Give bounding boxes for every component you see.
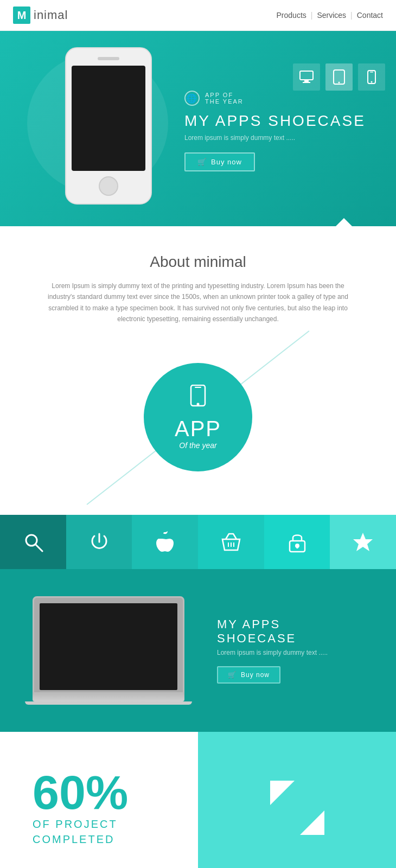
hero-content: 🌐 APP OF THE YEAR MY APPS SHOECASE Lorem… (184, 91, 366, 171)
nav-contact[interactable]: Contact (357, 11, 383, 20)
showcase2-section: MY APPS SHOECASE Lorem ipsum is simply d… (0, 569, 396, 732)
laptop-foot (25, 701, 192, 705)
about-app-label: APP (175, 417, 221, 441)
svg-rect-7 (370, 72, 373, 73)
stats-label: OF PROJECT COMPLETED (33, 816, 118, 847)
svg-marker-19 (353, 533, 373, 551)
nav-products[interactable]: Products (277, 11, 306, 20)
svg-rect-2 (303, 82, 310, 83)
mobile-icon-btn[interactable] (358, 63, 385, 91)
laptop-wrap (33, 596, 184, 705)
svg-point-9 (197, 403, 200, 405)
stats-left: 60% OF PROJECT COMPLETED (0, 732, 198, 868)
cart-icon-2: 🛒 (228, 671, 237, 679)
basket-icon-bar[interactable] (198, 515, 264, 569)
showcase2-subtitle: Lorem ipsum is simply dummy text ..... (217, 649, 363, 656)
stats-right (198, 732, 396, 868)
hero-title: MY APPS SHOECASE (184, 112, 366, 130)
laptop-base (33, 694, 184, 701)
star-icon-bar[interactable] (330, 515, 396, 569)
phone-body (65, 47, 152, 205)
header: M inimal Products | Services | Contact (0, 0, 396, 31)
cart-icon: 🛒 (197, 158, 207, 166)
svg-point-6 (371, 81, 373, 83)
svg-point-4 (338, 82, 340, 84)
globe-icon: 🌐 (184, 91, 200, 106)
logo-name: inimal (34, 8, 68, 22)
hero-bottom-arrow (335, 218, 353, 226)
hero-buy-button[interactable]: 🛒 Buy now (184, 152, 255, 171)
phone-icon-circle (188, 385, 208, 412)
laptop (33, 596, 184, 705)
about-graphic: APP Of the year (127, 347, 269, 488)
stats-section: 60% OF PROJECT COMPLETED (0, 732, 396, 868)
about-section: About minimal Lorem Ipsum is simply dumm… (0, 226, 396, 515)
showcase2-content: MY APPS SHOECASE Lorem ipsum is simply d… (217, 617, 363, 684)
about-app-sub: Of the year (179, 441, 216, 450)
desktop-icon-btn[interactable] (293, 63, 320, 91)
showcase2-buy-label: Buy now (241, 671, 270, 679)
hero-phone (65, 47, 152, 210)
svg-rect-8 (191, 385, 205, 406)
phone-screen (72, 66, 145, 171)
apple-icon-bar[interactable] (132, 515, 198, 569)
about-title: About minimal (43, 253, 353, 271)
device-icons (293, 63, 385, 91)
svg-rect-0 (300, 71, 313, 80)
nav-sep-2: | (350, 11, 353, 20)
stats-percent: 60% (33, 769, 128, 816)
stats-label-line2: COMPLETED (33, 832, 118, 847)
phone-speaker (98, 57, 119, 60)
svg-rect-1 (304, 80, 309, 82)
nav-services[interactable]: Services (317, 11, 346, 20)
svg-rect-10 (195, 387, 201, 388)
hero-buy-label: Buy now (211, 158, 242, 166)
resize-arrows-svg (267, 778, 327, 838)
svg-line-12 (36, 545, 42, 551)
logo: M inimal (13, 7, 68, 24)
main-nav: Products | Services | Contact (277, 11, 383, 20)
logo-letter: M (13, 7, 30, 24)
svg-marker-20 (270, 781, 295, 805)
resize-icon (267, 778, 327, 838)
showcase2-title: MY APPS SHOECASE (217, 617, 363, 646)
power-icon-bar[interactable] (66, 515, 132, 569)
phone-home-button (99, 176, 118, 196)
stats-label-line1: OF PROJECT (33, 816, 118, 832)
tablet-icon-btn[interactable] (325, 63, 353, 91)
nav-sep-1: | (311, 11, 313, 20)
svg-rect-18 (296, 546, 298, 548)
laptop-screen (40, 603, 177, 690)
search-icon-bar[interactable] (0, 515, 66, 569)
hero-section: 🌐 APP OF THE YEAR MY APPS SHOECASE Lorem… (0, 31, 396, 226)
svg-marker-22 (300, 810, 324, 835)
icon-bar (0, 515, 396, 569)
app-of-year-badge: 🌐 APP OF THE YEAR (184, 91, 366, 106)
laptop-screen-wrap (33, 596, 184, 694)
showcase2-buy-button[interactable]: 🛒 Buy now (217, 666, 280, 684)
lock-icon-bar[interactable] (264, 515, 330, 569)
hero-subtitle: Lorem ipsum is simply dummy text ..... (184, 134, 366, 142)
about-text: Lorem Ipsum is simply dummy text of the … (46, 280, 350, 325)
about-circle: APP Of the year (144, 363, 252, 471)
